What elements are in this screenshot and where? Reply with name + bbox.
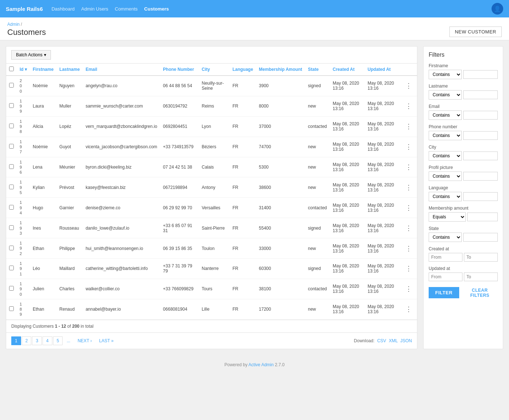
row-created: May 08, 2020 13:16 — [330, 177, 365, 198]
nav-comments[interactable]: Comments — [115, 6, 138, 12]
row-actions-button[interactable]: ⋮ — [403, 122, 414, 131]
row-lastname: Charles — [56, 279, 83, 299]
filter-firstname-input[interactable] — [463, 70, 498, 79]
row-select[interactable] — [9, 164, 14, 169]
filter-state-select[interactable]: ContainsEqualsStarts withEnds with — [429, 233, 462, 242]
row-membership: 8000 — [256, 96, 305, 116]
filter-profil-input[interactable] — [463, 172, 498, 181]
filter-language-input[interactable] — [463, 192, 498, 201]
row-membership: 17200 — [256, 299, 305, 319]
row-select[interactable] — [9, 103, 14, 108]
row-city: Toulon — [199, 238, 230, 259]
row-select[interactable] — [9, 83, 14, 88]
row-phone: +33 7 31 39 79 79 — [160, 259, 199, 279]
row-actions: ⋮ — [400, 198, 417, 218]
row-phone: 06 44 88 56 54 — [160, 76, 199, 96]
row-select[interactable] — [9, 246, 14, 250]
row-actions-button[interactable]: ⋮ — [403, 264, 414, 273]
row-state: new — [305, 137, 330, 157]
page-2[interactable]: 2 — [22, 336, 32, 345]
page-3[interactable]: 3 — [32, 336, 42, 345]
row-language: FR — [229, 279, 256, 299]
row-city: Tours — [199, 279, 230, 299]
batch-actions-button[interactable]: Batch Actions ▾ — [11, 50, 51, 60]
row-actions-button[interactable]: ⋮ — [403, 142, 414, 152]
row-membership: 74700 — [256, 137, 305, 157]
row-actions: ⋮ — [400, 279, 417, 299]
filter-profil-select[interactable]: ContainsEqualsStarts withEnds with — [429, 171, 462, 181]
row-actions-button[interactable]: ⋮ — [403, 244, 414, 253]
col-updated: Updated At — [365, 64, 400, 76]
row-actions: ⋮ — [400, 218, 417, 238]
filter-membership-input[interactable] — [467, 213, 498, 221]
row-select[interactable] — [9, 225, 14, 230]
filter-city-select[interactable]: ContainsEqualsStarts withEnds with — [429, 151, 462, 161]
filter-created-from[interactable] — [429, 253, 462, 262]
clear-filters-button[interactable]: CLEAR FILTERS — [462, 288, 498, 298]
page-4[interactable]: 4 — [43, 336, 52, 345]
filter-lastname-select[interactable]: ContainsEqualsStarts withEnds with — [429, 90, 462, 100]
row-actions: ⋮ — [400, 76, 417, 96]
avatar[interactable]: 👤 — [492, 3, 503, 15]
row-select[interactable] — [9, 286, 14, 291]
filter-button[interactable]: FILTER — [429, 287, 459, 298]
row-select[interactable] — [9, 185, 14, 189]
row-actions-button[interactable]: ⋮ — [403, 223, 414, 233]
row-actions-button[interactable]: ⋮ — [403, 81, 414, 90]
row-language: FR — [229, 157, 256, 177]
download-csv[interactable]: CSV — [377, 338, 386, 343]
row-email: catherine_witting@bartoletti.info — [83, 259, 160, 279]
filter-created-to[interactable] — [464, 253, 498, 262]
row-actions-button[interactable]: ⋮ — [403, 304, 414, 314]
filter-email-input[interactable] — [463, 111, 498, 120]
row-lastname: Philippe — [56, 238, 83, 259]
page-1[interactable]: 1 — [11, 336, 21, 345]
row-actions-button[interactable]: ⋮ — [403, 203, 414, 213]
filter-language-select[interactable]: ContainsEqualsStarts withEnds with — [429, 192, 462, 201]
col-id[interactable]: Id ▾ — [17, 64, 30, 76]
row-firstname: Ethan — [30, 238, 56, 259]
row-select[interactable] — [9, 306, 14, 311]
row-checkbox — [6, 198, 17, 218]
nav-admin-users[interactable]: Admin Users — [81, 6, 108, 12]
row-actions-button[interactable]: ⋮ — [403, 162, 414, 172]
page-last[interactable]: LAST » — [96, 337, 117, 345]
nav-dashboard[interactable]: Dashboard — [52, 6, 75, 12]
row-checkbox — [6, 96, 17, 116]
row-language: FR — [229, 116, 256, 137]
row-select[interactable] — [9, 144, 14, 149]
new-customer-button[interactable]: NEW CUSTOMER — [449, 27, 502, 37]
row-select[interactable] — [9, 266, 14, 270]
filter-state: State ContainsEqualsStarts withEnds with — [429, 226, 498, 242]
filter-city-input[interactable] — [463, 152, 498, 160]
row-actions-button[interactable]: ⋮ — [403, 101, 414, 111]
page-next[interactable]: NEXT › — [74, 337, 95, 345]
footer-link[interactable]: Active Admin — [248, 362, 273, 367]
download-xml[interactable]: XML — [389, 338, 397, 343]
page-5[interactable]: 5 — [53, 336, 63, 345]
table-row: 193 Ines Rousseau danilo_lowe@zulauf.io … — [6, 218, 417, 238]
row-phone: 06 29 92 99 70 — [160, 198, 199, 218]
filter-updated-from[interactable] — [429, 272, 462, 281]
row-actions-button[interactable]: ⋮ — [403, 183, 414, 192]
filter-membership-select[interactable]: EqualsGreater thanLess than — [429, 212, 466, 222]
row-select[interactable] — [9, 124, 14, 128]
table-row: 199 Laura Muller sammie_wunsch@carter.co… — [6, 96, 417, 116]
nav-customers[interactable]: Customers — [144, 6, 169, 12]
filter-email-select[interactable]: ContainsEqualsStarts withEnds with — [429, 110, 462, 120]
row-actions-button[interactable]: ⋮ — [403, 284, 414, 294]
filter-phone-select[interactable]: ContainsEqualsStarts withEnds with — [429, 131, 462, 140]
filter-firstname-select[interactable]: ContainsEqualsStarts withEnds with — [429, 70, 462, 79]
breadcrumb-admin[interactable]: Admin — [7, 22, 20, 27]
row-actions: ⋮ — [400, 116, 417, 137]
select-all-checkbox[interactable] — [9, 66, 14, 71]
row-lastname: Prévost — [56, 177, 83, 198]
row-select[interactable] — [9, 205, 14, 210]
filter-phone-input[interactable] — [463, 131, 498, 140]
breadcrumb-separator: / — [21, 22, 22, 27]
row-lastname: Nguyen — [56, 76, 83, 96]
filter-updated-to[interactable] — [464, 272, 498, 281]
download-json[interactable]: JSON — [400, 338, 412, 343]
filter-state-input[interactable] — [463, 233, 498, 242]
filter-lastname-input[interactable] — [463, 90, 498, 99]
